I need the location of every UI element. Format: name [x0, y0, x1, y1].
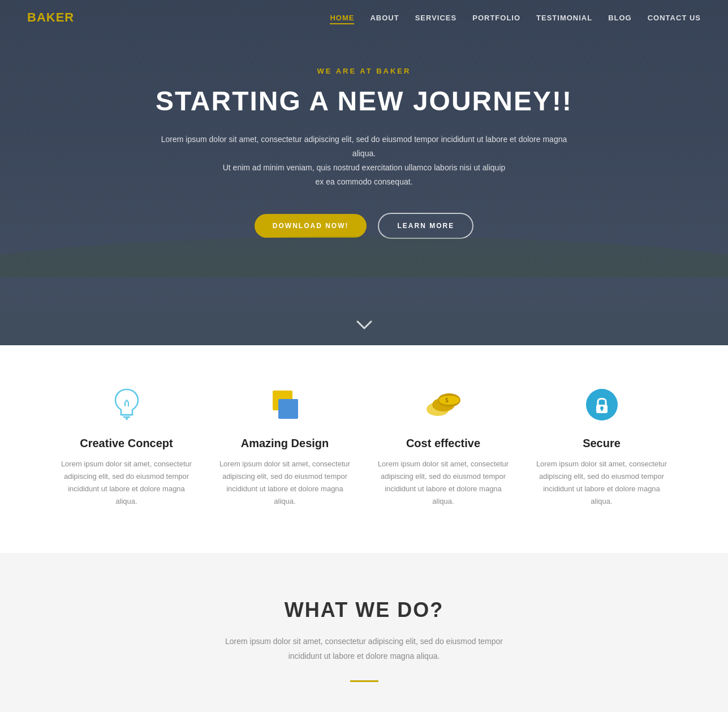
nav-item-blog[interactable]: BLOG [608, 12, 632, 23]
what-we-do-title: WHAT WE DO? [27, 598, 701, 622]
nav-item-about[interactable]: ABOUT [370, 12, 399, 23]
feature-desc-3: Lorem ipsum dolor sit amet, consectetur … [378, 458, 509, 508]
svg-point-8 [439, 396, 459, 405]
nav-item-contact[interactable]: CONTACT US [648, 12, 701, 23]
feature-title-1: Creative Concept [61, 437, 192, 450]
nav-links: HOME ABOUT SERVICES PORTFOLIO TESTIMONIA… [330, 12, 701, 23]
download-button[interactable]: DOWNLOAD NOW! [255, 214, 367, 238]
feature-title-3: Cost effective [378, 437, 509, 450]
hero-eyebrow: WE ARE AT BAKER [317, 67, 411, 75]
feature-cost-effective: $ Cost effective Lorem ipsum dolor sit a… [364, 385, 523, 508]
feature-desc-4: Lorem ipsum dolor sit amet, consectetur … [536, 458, 667, 508]
logo-text-ker: KER [46, 10, 74, 24]
svg-point-2 [126, 418, 128, 420]
svg-rect-4 [278, 399, 298, 419]
section-divider [350, 680, 378, 682]
feature-creative-concept: Creative Concept Lorem ipsum dolor sit a… [48, 385, 206, 508]
hero-title: STARTING A NEW JOURNEY!! [156, 85, 572, 117]
what-we-do-desc: Lorem ipsum dolor sit amet, consectetur … [212, 634, 517, 663]
nav-link-portfolio[interactable]: PORTFOLIO [472, 14, 520, 22]
nav-item-portfolio[interactable]: PORTFOLIO [472, 12, 520, 23]
nav-item-home[interactable]: HOME [330, 12, 354, 23]
feature-title-4: Secure [536, 437, 667, 450]
hero-description: Lorem ipsum dolor sit amet, consectetur … [155, 132, 574, 190]
nav-link-contact[interactable]: CONTACT US [648, 14, 701, 22]
hero-section: WE ARE AT BAKER STARTING A NEW JOURNEY!!… [0, 0, 728, 306]
feature-amazing-design: Amazing Design Lorem ipsum dolor sit ame… [206, 385, 364, 508]
what-we-do-section: WHAT WE DO? Lorem ipsum dolor sit amet, … [0, 553, 728, 712]
chevron-down-icon [356, 320, 372, 331]
navbar: BAKER HOME ABOUT SERVICES PORTFOLIO TEST… [0, 0, 728, 35]
nav-item-testimonial[interactable]: TESTIMONIAL [536, 12, 592, 23]
feature-desc-1: Lorem ipsum dolor sit amet, consectetur … [61, 458, 192, 508]
feature-title-2: Amazing Design [219, 437, 351, 450]
nav-link-testimonial[interactable]: TESTIMONIAL [536, 14, 592, 22]
logo-text-ba: BA [27, 10, 46, 24]
scroll-down-wrapper[interactable] [0, 306, 728, 345]
feature-secure: Secure Lorem ipsum dolor sit amet, conse… [523, 385, 681, 508]
learn-more-button[interactable]: LEARN MORE [378, 213, 473, 239]
nav-link-about[interactable]: ABOUT [370, 14, 399, 22]
svg-rect-13 [601, 408, 602, 411]
features-section: Creative Concept Lorem ipsum dolor sit a… [0, 345, 728, 553]
lightbulb-icon [107, 385, 147, 424]
nav-link-services[interactable]: SERVICES [415, 14, 457, 22]
nav-item-services[interactable]: SERVICES [415, 12, 457, 23]
feature-desc-2: Lorem ipsum dolor sit amet, consectetur … [219, 458, 351, 508]
nav-link-home[interactable]: HOME [330, 14, 354, 24]
logo[interactable]: BAKER [27, 10, 74, 25]
nav-link-blog[interactable]: BLOG [608, 14, 632, 22]
hero-buttons: DOWNLOAD NOW! LEARN MORE [255, 213, 473, 239]
design-icon [265, 385, 305, 424]
lock-icon [582, 385, 622, 424]
svg-text:$: $ [445, 397, 449, 404]
coins-icon: $ [424, 385, 463, 424]
